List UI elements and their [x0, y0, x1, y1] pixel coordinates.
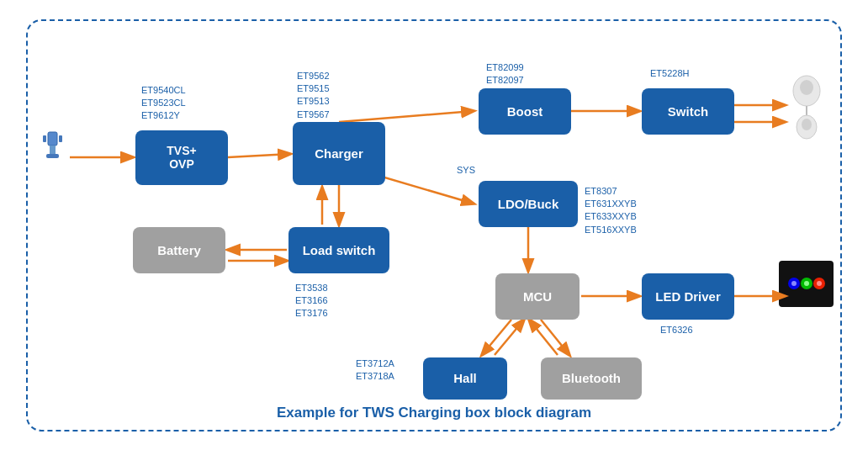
ldo-label: LDO/Buck	[498, 197, 559, 211]
ldo-block: LDO/Buck	[479, 181, 578, 227]
charger-block: Charger	[293, 122, 385, 185]
svg-rect-4	[59, 135, 62, 142]
svg-line-19	[339, 111, 474, 122]
tvs-ovp-block: TVS+ OVP	[135, 130, 228, 185]
svg-line-33	[541, 320, 569, 355]
svg-point-16	[817, 281, 822, 286]
leddriver-block: LED Driver	[642, 273, 734, 320]
svg-point-15	[804, 281, 809, 286]
ldo-codes-label: ET8307 ET631XXYB ET633XXYB ET516XXYB	[585, 185, 637, 237]
bluetooth-block: Bluetooth	[541, 357, 642, 400]
leddriver-code-label: ET6326	[660, 324, 693, 336]
hall-block: Hall	[423, 357, 507, 400]
boost-codes-label: ET82099 ET82097	[486, 61, 524, 87]
charger-label: Charger	[315, 146, 363, 161]
mcu-block: MCU	[495, 273, 580, 320]
usb-icon	[38, 130, 67, 166]
svg-point-6	[800, 80, 813, 95]
boost-label: Boost	[507, 104, 543, 119]
leddriver-label: LED Driver	[655, 289, 721, 304]
svg-point-9	[802, 119, 812, 130]
svg-rect-3	[43, 135, 46, 142]
diagram-container: TVS+ OVP Charger Boost Switch LDO/Buck B…	[26, 19, 842, 431]
switch-code-label: ET5228H	[650, 67, 689, 80]
switch-block: Switch	[642, 88, 734, 135]
switch-label: Switch	[668, 104, 708, 119]
svg-line-34	[529, 320, 558, 355]
svg-rect-2	[46, 154, 59, 158]
bluetooth-label: Bluetooth	[562, 371, 621, 385]
tvs-codes-label: ET9540CL ET9523CL ET9612Y	[141, 84, 186, 123]
charger-codes-label: ET9562 ET9515 ET9513 ET9567	[297, 70, 330, 122]
svg-line-32	[495, 320, 524, 355]
battery-block: Battery	[133, 227, 225, 273]
svg-line-31	[482, 320, 511, 355]
tvs-ovp-label: TVS+ OVP	[167, 144, 196, 171]
loadswitch-codes-label: ET3538 ET3166 ET3176	[295, 282, 328, 320]
earbuds-icon	[781, 71, 832, 147]
mcu-label: MCU	[523, 289, 552, 304]
hall-codes-label: ET3712A ET3718A	[356, 357, 394, 384]
svg-point-14	[791, 281, 797, 286]
loadswitch-block: Load switch	[288, 227, 389, 273]
sys-label: SYS	[457, 164, 475, 177]
diagram-area: TVS+ OVP Charger Boost Switch LDO/Buck B…	[28, 21, 840, 430]
svg-line-18	[228, 154, 290, 157]
svg-rect-0	[48, 132, 57, 146]
loadswitch-label: Load switch	[303, 243, 376, 257]
hall-label: Hall	[453, 371, 477, 385]
led-image	[779, 261, 834, 307]
boost-block: Boost	[479, 88, 571, 135]
battery-label: Battery	[157, 243, 201, 257]
diagram-caption: Example for TWS Charging box block diagr…	[28, 405, 840, 421]
